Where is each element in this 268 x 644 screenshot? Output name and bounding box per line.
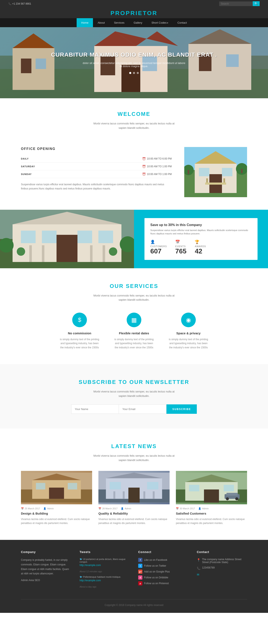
tweet-time-1: About 12 minutes ago <box>80 570 102 573</box>
copyright-text: Copyright © 2018 Company name All rights… <box>105 604 163 606</box>
svg-point-74 <box>226 497 229 500</box>
services-section: OUR SERVICES Morbi viverra lacus commodo… <box>0 268 268 364</box>
contact-email: ✉ <box>197 572 247 576</box>
dot-1[interactable] <box>129 72 131 74</box>
svg-rect-73 <box>226 493 238 496</box>
newsletter-section: SUBSCRIBE TO OUR NEWSLETTER Morbi viverr… <box>0 364 268 429</box>
svg-rect-21 <box>199 168 209 176</box>
news-date-3: 📅 30 March 2017 <box>176 507 195 510</box>
svg-rect-62 <box>123 491 125 499</box>
svg-rect-53 <box>68 483 77 490</box>
nav-contact[interactable]: Contact <box>173 18 191 27</box>
news-card-1: 📅 25 March 2017 👤 Admin Design & Buildin… <box>21 471 92 525</box>
svg-point-45 <box>17 247 25 256</box>
dot-3[interactable] <box>137 72 139 74</box>
news-grid: 📅 25 March 2017 👤 Admin Design & Buildin… <box>21 471 247 525</box>
time-daily: ⏰ 10:00 AM TO 6:00 PM <box>142 157 172 160</box>
contact-address: 📍 The company name Address Street Street… <box>197 558 247 564</box>
no-commission-icon: $ <box>72 312 87 327</box>
svg-rect-26 <box>241 169 243 173</box>
twitter-icon: t <box>138 564 142 568</box>
events-icon: 📅 <box>175 240 186 244</box>
svg-rect-52 <box>36 483 46 490</box>
news-image-2 <box>98 471 170 504</box>
svg-rect-5 <box>36 58 46 69</box>
svg-rect-4 <box>21 58 32 73</box>
flexible-dates-title: Flexible rental dates <box>113 332 155 335</box>
connect-twitter-label: Follow us on Twitter <box>144 564 166 567</box>
dot-2[interactable] <box>133 72 135 74</box>
hero-carousel-dots <box>51 72 217 74</box>
newsletter-title: SUBSCRIBE TO OUR NEWSLETTER <box>21 379 247 385</box>
nav-shortcodes-dropdown[interactable]: Short Codes <box>147 18 173 27</box>
news-title-3[interactable]: Satisfied Customers <box>176 512 247 515</box>
svg-rect-35 <box>42 231 57 243</box>
tweet-link-2[interactable]: http://example.com <box>80 578 130 583</box>
nav-home[interactable]: Home <box>77 18 93 27</box>
svg-rect-70 <box>189 485 199 491</box>
connect-twitter[interactable]: t Follow us on Twitter <box>138 564 188 568</box>
connect-facebook-label: Like us on Facebook <box>144 558 167 562</box>
svg-rect-36 <box>78 231 92 243</box>
space-privacy-desc: is simply dummy text of the printing and… <box>167 338 209 350</box>
tweet-link-1[interactable]: http://example.com <box>80 563 130 568</box>
awards-value: 42 <box>195 248 206 255</box>
news-meta-1: 📅 25 March 2017 👤 Admin <box>21 507 92 510</box>
connect-google-label: Add us on Google Plus <box>144 570 170 573</box>
connect-google[interactable]: g+ Add us on Google Plus <box>138 570 188 574</box>
search-input[interactable] <box>219 2 253 6</box>
svg-rect-41 <box>90 245 93 262</box>
news-title-2[interactable]: Quality & Reliability <box>98 512 170 515</box>
stats-numbers: 👤 CUSTOMERS 607 📅 EVENTS 765 🏆 AWARDS 42 <box>150 240 252 255</box>
svg-rect-64 <box>153 491 154 499</box>
logo-name: ROPRIETOR <box>115 10 157 16</box>
connect-dribbble[interactable]: d Follow us on Dribbble <box>138 576 188 580</box>
phone-number: 📞 +1 234 567 8901 <box>8 2 31 5</box>
news-image-3 <box>176 471 247 504</box>
nav-shortcodes[interactable]: Short Codes <box>147 18 173 27</box>
day-label-daily: DAILY <box>21 158 29 160</box>
nav-services[interactable]: Services <box>109 18 129 27</box>
footer-company-title: Company <box>21 550 71 554</box>
office-hours: DAILY ⏰ 10:00 AM TO 6:00 PM SATURDAY ⏰ 1… <box>21 155 172 178</box>
service-flexible-dates: ▦ Flexible rental dates is simply dummy … <box>113 312 155 350</box>
newsletter-email-input[interactable] <box>119 404 166 414</box>
pinterest-icon: p <box>138 581 142 586</box>
dribbble-icon: d <box>138 576 142 580</box>
newsletter-name-input[interactable] <box>71 404 119 414</box>
news-title: LATEST NEWS <box>21 443 247 450</box>
search-button[interactable]: 🔍 <box>253 1 260 6</box>
services-title: OUR SERVICES <box>21 283 247 290</box>
news-author-2: 👤 Admin <box>121 507 131 510</box>
connect-pinterest[interactable]: p Follow us on Pinterest <box>138 581 188 586</box>
facebook-icon: f <box>138 558 142 562</box>
svg-rect-9 <box>226 54 239 67</box>
news-image-1 <box>21 471 92 504</box>
stats-box: Save up to 30% in this Company Suspendis… <box>144 218 257 260</box>
main-nav: Home About Services Gallery Short Codes … <box>0 18 268 27</box>
news-text-1: Vivamus lacinia odio ut euismod eleifend… <box>21 517 92 525</box>
news-author-3: 👤 Admin <box>198 507 208 510</box>
footer-admin-link[interactable]: Admin Area SEO <box>21 578 71 583</box>
hour-row-saturday: SATURDAY ⏰ 10:00 AM TO 1:00 PM <box>21 163 172 170</box>
svg-rect-71 <box>224 485 234 491</box>
no-commission-title: No commission <box>59 332 101 335</box>
tweet-text-1: Ut porta/orci at porta dictum, libero au… <box>80 558 125 563</box>
subscribe-button[interactable]: SUBSCRIBE <box>166 404 197 414</box>
day-label-sunday: SUNDAY <box>21 173 32 176</box>
news-meta-2: 📅 28 March 2017 👤 Admin <box>98 507 170 510</box>
save-desc: Suspendisse varius turpis efficitur erat… <box>150 228 252 236</box>
news-title-1[interactable]: Design & Building <box>21 512 92 515</box>
nav-gallery[interactable]: Gallery <box>129 18 147 27</box>
events-label: EVENTS <box>175 245 186 248</box>
services-subtitle: Morbi viverra lacus commodo felis semper… <box>92 294 176 302</box>
news-section: LATEST NEWS Morbi viverra lacus commodo … <box>0 428 268 540</box>
site-logo[interactable]: PROPRIETOR <box>0 10 268 16</box>
footer-tweets-title: Tweets <box>80 550 130 554</box>
connect-facebook[interactable]: f Like us on Facebook <box>138 558 188 562</box>
services-grid: $ No commission is simply dummy text of … <box>21 312 247 350</box>
newsletter-subtitle: Morbi viverra lacus commodo felis semper… <box>92 390 176 398</box>
nav-about[interactable]: About <box>93 18 109 27</box>
time-sunday: ⏰ 10:00 AM TO 1:00 PM <box>142 172 172 176</box>
email-icon: ✉ <box>197 573 199 576</box>
